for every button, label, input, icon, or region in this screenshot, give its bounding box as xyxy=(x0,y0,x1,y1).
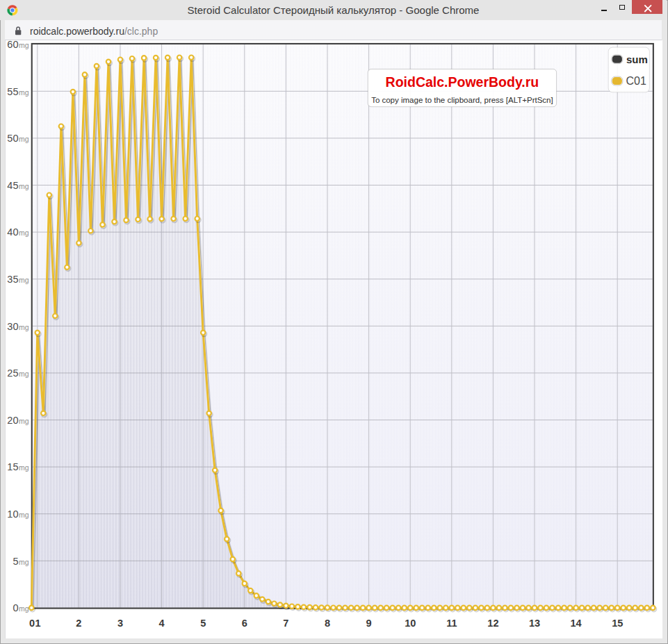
svg-text:roidcalc.powerbody.ru/clc.php: roidcalc.powerbody.ru/clc.php xyxy=(30,26,158,37)
svg-text:Steroid Calculator Стероидный: Steroid Calculator Стероидный калькулято… xyxy=(188,4,480,16)
